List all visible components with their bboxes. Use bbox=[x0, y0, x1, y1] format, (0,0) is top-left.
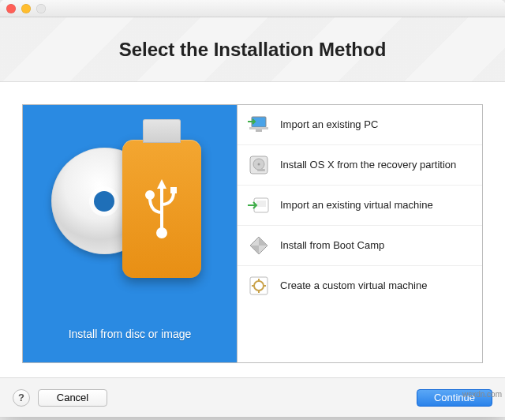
option-import-pc[interactable]: Import an existing PC bbox=[238, 105, 482, 145]
option-install-from-disc[interactable]: Install from disc or image bbox=[22, 104, 237, 363]
option-install-osx-recovery[interactable]: Install OS X from the recovery partition bbox=[238, 145, 482, 186]
svg-point-10 bbox=[258, 163, 260, 166]
svg-marker-2 bbox=[157, 179, 166, 189]
option-install-bootcamp[interactable]: Install from Boot Camp bbox=[238, 226, 482, 266]
custom-vm-icon bbox=[247, 274, 271, 298]
option-install-from-disc-label: Install from disc or image bbox=[69, 328, 192, 340]
close-icon[interactable] bbox=[6, 4, 16, 13]
content: Install from disc or image Import an exi… bbox=[0, 82, 505, 377]
svg-marker-16 bbox=[250, 246, 259, 254]
option-label: Install OS X from the recovery partition bbox=[280, 159, 456, 171]
disc-usb-illustration bbox=[23, 132, 237, 290]
options-list: Import an existing PC Install OS X from … bbox=[237, 104, 483, 363]
help-button[interactable]: ? bbox=[13, 389, 30, 407]
cancel-button[interactable]: Cancel bbox=[38, 389, 107, 407]
svg-rect-7 bbox=[256, 129, 262, 132]
svg-rect-13 bbox=[256, 201, 266, 207]
titlebar bbox=[0, 0, 505, 17]
minimize-icon[interactable] bbox=[21, 4, 31, 13]
vm-import-icon bbox=[247, 193, 271, 217]
svg-rect-6 bbox=[249, 127, 268, 129]
option-label: Install from Boot Camp bbox=[280, 239, 384, 252]
svg-rect-4 bbox=[170, 187, 177, 193]
svg-rect-11 bbox=[257, 169, 265, 171]
svg-point-1 bbox=[158, 229, 166, 237]
header: Select the Installation Method bbox=[0, 17, 505, 82]
bootcamp-icon bbox=[247, 234, 271, 257]
usb-symbol-icon bbox=[122, 140, 201, 278]
svg-point-3 bbox=[147, 192, 153, 198]
option-label: Import an existing virtual machine bbox=[280, 199, 433, 212]
pc-import-icon bbox=[247, 113, 271, 137]
zoom-icon bbox=[36, 4, 46, 13]
watermark: wsxdn.com bbox=[462, 390, 502, 399]
option-label: Create a custom virtual machine bbox=[280, 279, 427, 292]
page-title: Select the Installation Method bbox=[119, 39, 387, 61]
option-custom-vm[interactable]: Create a custom virtual machine bbox=[238, 266, 482, 306]
option-label: Import an existing PC bbox=[280, 118, 378, 131]
installer-window: Select the Installation Method bbox=[0, 0, 505, 417]
option-import-vm[interactable]: Import an existing virtual machine bbox=[238, 186, 482, 226]
footer: ? Cancel Continue bbox=[0, 377, 505, 417]
svg-marker-15 bbox=[259, 237, 267, 246]
usb-drive-icon bbox=[122, 140, 201, 278]
hard-drive-icon bbox=[247, 153, 271, 177]
